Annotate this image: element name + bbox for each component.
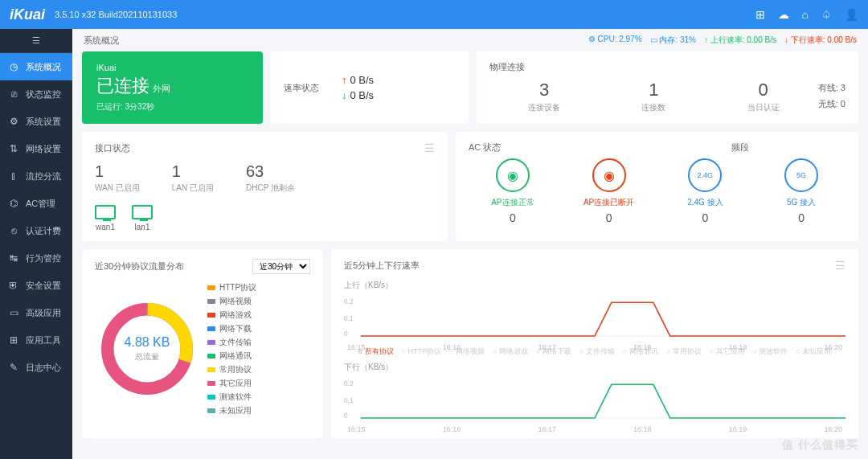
nav-icon: ⚙ (8, 116, 19, 127)
arrow-up-icon: ↑ (342, 74, 347, 86)
version-text: 3.5.10 x32 Build202110131033 (55, 10, 177, 19)
nav-item-10[interactable]: ⊞应用工具 (0, 326, 72, 354)
donut-chart: 4.88 KB总流量 (95, 297, 199, 401)
uplink-stat: ↑ 上行速率: 0.00 B/s (704, 35, 776, 46)
legend-item: 常用协议 (207, 363, 256, 376)
nav-item-7[interactable]: ↹行为管控 (0, 244, 72, 272)
svg-text:0.1: 0.1 (344, 314, 354, 322)
mem-stat: ▭ 内存: 31% (650, 35, 696, 46)
svg-text:0.1: 0.1 (344, 396, 354, 404)
connection-card: iKuai 已连接外网 已运行: 3分32秒 (82, 51, 263, 124)
topbar: iKuai 3.5.10 x32 Build202110131033 ⊞ ☁ ⌂… (0, 0, 868, 29)
traffic-card: 近5分钟上下行速率☰ 上行（KB/s） 0.20.10 16:1516:1616… (331, 249, 858, 438)
sidebar: ☰ ◷系统概况⎚状态监控⚙系统设置⇅网络设置⫿流控分流⌬AC管理⎋认证计费↹行为… (0, 29, 72, 459)
bell-icon[interactable]: ♤ (821, 8, 832, 21)
legend-item: 网络游戏 (207, 308, 256, 322)
up-rate: 0 B/s (350, 74, 375, 86)
uptime: 已运行: 3分32秒 (96, 101, 248, 113)
nav-icon: ⎚ (8, 88, 19, 100)
legend-item: 文件传输 (207, 335, 256, 349)
ac-item: ◉AP连接已断开0 (565, 158, 653, 224)
legend-item: 网络通讯 (207, 349, 256, 363)
nav-icon: ◷ (8, 61, 19, 72)
logo: iKuai (10, 6, 45, 23)
collapse-toggle[interactable]: ☰ (0, 29, 72, 53)
port-lan1[interactable]: lan1 (132, 205, 153, 232)
cloud-icon[interactable]: ☁ (778, 8, 789, 21)
legend-item: 网络视频 (207, 294, 256, 308)
nav-icon: ⌬ (8, 198, 19, 209)
ethernet-icon (95, 205, 116, 219)
conn-status: 已连接 (96, 76, 149, 96)
top-icons: ⊞ ☁ ⌂ ♤ 👤 (755, 8, 858, 21)
more-icon[interactable]: ☰ (424, 141, 435, 154)
legend-item: 测速软件 (207, 390, 256, 404)
arrow-down-icon: ↓ (342, 89, 347, 101)
nav-item-11[interactable]: ✎日志中心 (0, 354, 72, 381)
nav-item-0[interactable]: ◷系统概况 (0, 53, 72, 80)
svg-text:0.2: 0.2 (344, 379, 354, 387)
port-wan1[interactable]: wan1 (95, 205, 116, 232)
legend-item: 其它应用 (207, 376, 256, 390)
legend-item: HTTP协议 (207, 281, 256, 294)
legend-item: 未知应用 (207, 404, 256, 417)
nav-item-1[interactable]: ⎚状态监控 (0, 80, 72, 108)
watermark: 值 什么值得买 (782, 438, 858, 453)
download-chart: 0.20.10 (344, 375, 845, 423)
nav-icon: ⫿ (8, 170, 19, 182)
nav-item-2[interactable]: ⚙系统设置 (0, 108, 72, 135)
interface-card: 接口状态☰ 1WAN 已启用 1LAN 已启用 63DHCP 池剩余 wan1l… (82, 132, 448, 241)
rate-card: 速率状态 ↑0 B/s ↓0 B/s (271, 51, 469, 124)
breadcrumb: 系统概况 ⚙ CPU: 2.97% ▭ 内存: 31% ↑ 上行速率: 0.00… (72, 29, 868, 51)
downlink-stat: ↓ 下行速率: 0.00 B/s (784, 35, 857, 46)
protocol-card: 近30分钟协议流量分布近30分钟 4.88 KB总流量 HTTP协议网络视频网络… (82, 249, 323, 438)
ac-item: 5G5G 接入0 (757, 158, 845, 224)
nav-icon: ⇅ (8, 143, 19, 154)
ac-status-icon: 5G (784, 158, 818, 192)
ac-item: 2.4G2.4G 接入0 (661, 158, 750, 224)
svg-text:0: 0 (344, 412, 348, 420)
ac-status-icon: 2.4G (688, 158, 722, 192)
nav-item-3[interactable]: ⇅网络设置 (0, 135, 72, 162)
svg-text:0: 0 (344, 330, 348, 338)
apps-icon[interactable]: ⊞ (755, 8, 765, 21)
cpu-stat: ⚙ CPU: 2.97% (588, 35, 642, 46)
nav-item-9[interactable]: ▭高级应用 (0, 299, 72, 326)
nav-icon: ⛨ (8, 280, 19, 291)
ac-item: ◉AP连接正常0 (469, 158, 557, 224)
dn-rate: 0 B/s (350, 89, 375, 101)
nav-icon: ✎ (8, 362, 19, 373)
nav-item-8[interactable]: ⛨安全设置 (0, 272, 72, 299)
user-icon[interactable]: 👤 (845, 8, 858, 21)
nav-icon: ⊞ (8, 334, 19, 346)
page-title: 系统概况 (84, 35, 119, 47)
nav-icon: ↹ (8, 252, 19, 264)
more-icon[interactable]: ☰ (835, 259, 845, 272)
ac-status-icon: ◉ (496, 158, 530, 192)
ac-card: AC 状态频段 ◉AP连接正常0◉AP连接已断开02.4G2.4G 接入05G5… (456, 132, 858, 241)
ac-status-icon: ◉ (592, 158, 626, 192)
nav-item-4[interactable]: ⫿流控分流 (0, 162, 72, 190)
range-select[interactable]: 近30分钟 (252, 259, 310, 274)
physical-card: 物理连接 3连接设备 1连接数 0当日认证 有线: 3无线: 0 (477, 51, 858, 124)
home-icon[interactable]: ⌂ (802, 8, 809, 21)
ethernet-icon (132, 205, 153, 219)
nav-icon: ▭ (8, 307, 19, 318)
nav-icon: ⎋ (8, 225, 19, 236)
legend-item: 网络下载 (207, 322, 256, 335)
upload-chart: 0.20.10 (344, 293, 845, 341)
svg-text:0.2: 0.2 (344, 297, 354, 305)
nav-item-6[interactable]: ⎋认证计费 (0, 217, 72, 244)
nav-item-5[interactable]: ⌬AC管理 (0, 190, 72, 217)
